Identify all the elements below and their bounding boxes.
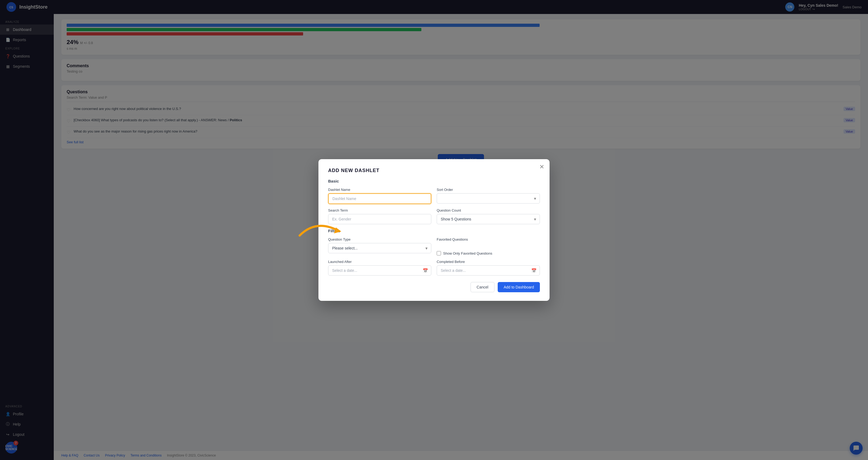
search-term-group: Search Term xyxy=(328,208,431,224)
question-type-group: Question Type Please select... xyxy=(328,237,431,255)
completed-before-input-wrapper: 📅 xyxy=(437,265,540,276)
search-term-label-modal: Search Term xyxy=(328,208,431,212)
completed-before-group: Completed Before 📅 xyxy=(437,260,540,276)
form-row-1: Dashlet Name Sort Order xyxy=(328,188,540,204)
form-row-2: Search Term Question Count Show 5 Questi… xyxy=(328,208,540,224)
sort-order-select-wrapper xyxy=(437,193,540,204)
form-row-3: Question Type Please select... Favorited… xyxy=(328,237,540,255)
form-row-4: Launched After 📅 Completed Before 📅 xyxy=(328,260,540,276)
question-type-label: Question Type xyxy=(328,237,431,241)
modal-title: ADD NEW DASHLET xyxy=(328,168,540,174)
basic-section-label: Basic xyxy=(328,179,540,183)
add-dashlet-modal: ✕ ADD NEW DASHLET Basic Dashlet Name Sor… xyxy=(318,159,550,301)
question-count-label: Question Count xyxy=(437,208,540,212)
filters-label: Filters xyxy=(328,228,540,233)
cancel-button[interactable]: Cancel xyxy=(470,282,495,292)
launched-after-group: Launched After 📅 xyxy=(328,260,431,276)
show-favorited-label[interactable]: Show Only Favorited Questions xyxy=(443,251,492,255)
show-favorited-checkbox[interactable] xyxy=(437,251,441,255)
sort-order-group: Sort Order xyxy=(437,188,540,204)
modal-close-button[interactable]: ✕ xyxy=(539,163,544,171)
add-to-dashboard-button[interactable]: Add to Dashboard xyxy=(498,282,540,292)
calendar-icon-completed[interactable]: 📅 xyxy=(531,268,537,273)
calendar-icon-launched[interactable]: 📅 xyxy=(423,268,428,273)
sort-order-select[interactable] xyxy=(437,193,540,204)
dashlet-name-input[interactable] xyxy=(328,193,431,204)
dashlet-name-group: Dashlet Name xyxy=(328,188,431,204)
show-favorited-row: Show Only Favorited Questions xyxy=(437,251,540,255)
question-type-select[interactable]: Please select... xyxy=(328,243,431,253)
modal-overlay: ✕ ADD NEW DASHLET Basic Dashlet Name Sor… xyxy=(0,0,868,460)
question-count-group: Question Count Show 5 Questions xyxy=(437,208,540,224)
dashlet-name-label: Dashlet Name xyxy=(328,188,431,192)
question-count-select[interactable]: Show 5 Questions xyxy=(437,214,540,224)
launched-after-input[interactable] xyxy=(328,265,431,276)
completed-before-label: Completed Before xyxy=(437,260,540,264)
question-type-select-wrapper: Please select... xyxy=(328,243,431,253)
question-count-select-wrapper: Show 5 Questions xyxy=(437,214,540,224)
favorited-questions-label: Favorited Questions xyxy=(437,237,540,241)
launched-after-label: Launched After xyxy=(328,260,431,264)
completed-before-input[interactable] xyxy=(437,265,540,276)
sort-order-label: Sort Order xyxy=(437,188,540,192)
modal-footer: Cancel Add to Dashboard xyxy=(328,282,540,292)
favorited-questions-group: Favorited Questions Show Only Favorited … xyxy=(437,237,540,255)
launched-after-input-wrapper: 📅 xyxy=(328,265,431,276)
search-term-input[interactable] xyxy=(328,214,431,224)
